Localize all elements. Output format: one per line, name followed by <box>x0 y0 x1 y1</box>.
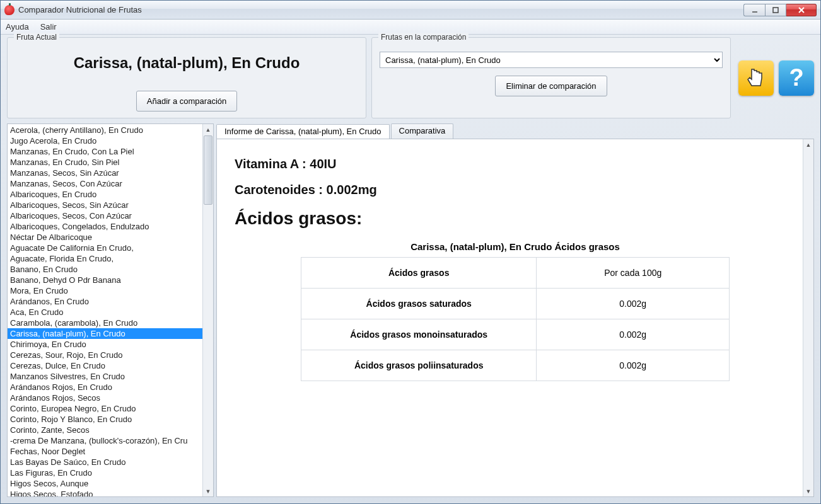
col-header-right: Por cada 100g <box>537 258 730 289</box>
window-controls <box>743 4 817 16</box>
list-item[interactable]: Aca, En Crudo <box>8 307 202 318</box>
table-row: Ácidos grasos monoinsaturados 0.002g <box>301 319 730 350</box>
comparison-select[interactable]: Carissa, (natal-plum), En Crudo <box>380 52 723 68</box>
fatty-table-caption: Carissa, (natal-plum), En Crudo Ácidos g… <box>235 241 796 252</box>
list-item[interactable]: Corinto, Rojo Y Blanco, En Crudo <box>8 414 202 425</box>
list-item[interactable]: Higos Secos, Aunque <box>8 478 202 489</box>
comparison-legend: Frutas en la comparación <box>378 33 469 42</box>
scroll-down-icon[interactable]: ▼ <box>203 486 213 496</box>
list-item[interactable]: Cerezas, Dulce, En Crudo <box>8 360 202 371</box>
table-row: Ácidos grasos poliinsaturados 0.002g <box>301 350 730 381</box>
app-window: Comparador Nutricional de Frutas Ayuda S… <box>0 0 821 504</box>
current-fruit-group: Fruta Actual Carissa, (natal-plum), En C… <box>7 37 366 118</box>
list-item[interactable]: Jugo Acerola, En Crudo <box>8 135 202 146</box>
icon-buttons: ? <box>736 37 814 118</box>
current-fruit-legend: Fruta Actual <box>14 33 59 42</box>
scroll-down-icon[interactable]: ▼ <box>803 486 813 496</box>
row-label: Ácidos grasos poliinsaturados <box>301 350 537 381</box>
list-item[interactable]: Néctar De Albaricoque <box>8 232 202 243</box>
report-scrollbar[interactable]: ▲ ▼ <box>803 139 813 496</box>
table-row: Ácidos grasos saturados 0.002g <box>301 289 730 319</box>
list-item[interactable]: Mora, En Crudo <box>8 285 202 296</box>
list-item[interactable]: Corinto, Zante, Secos <box>8 425 202 435</box>
list-item[interactable]: Albaricoques, Congelados, Endulzado <box>8 221 202 232</box>
list-item[interactable]: Manzanas, En Crudo, Con La Piel <box>8 146 202 157</box>
vitamin-a-line: Vitamina A : 40IU <box>235 157 796 171</box>
report-body: Vitamina A : 40IU Carotenoides : 0.002mg… <box>216 139 814 497</box>
fatty-acids-heading: Ácidos grasos: <box>235 209 796 229</box>
list-item[interactable]: Fechas, Noor Deglet <box>8 446 202 457</box>
list-item[interactable]: Chirimoya, En Crudo <box>8 339 202 350</box>
fatty-acids-table: Ácidos grasos Por cada 100g Ácidos graso… <box>301 257 730 381</box>
tab-compare[interactable]: Comparativa <box>391 123 454 139</box>
row-label: Ácidos grasos monoinsaturados <box>301 319 537 350</box>
fruit-list[interactable]: Acerola, (cherry Antillano), En CrudoJug… <box>8 124 202 496</box>
list-item[interactable]: Manzanos Silvestres, En Crudo <box>8 371 202 382</box>
row-value: 0.002g <box>537 289 730 319</box>
list-item[interactable]: Manzanas, Secos, Con Azúcar <box>8 178 202 189</box>
remove-from-comparison-button[interactable]: Eliminar de comparación <box>495 76 607 96</box>
list-item[interactable]: Carissa, (natal-plum), En Crudo <box>8 328 202 339</box>
list-item[interactable]: Las Bayas De Saúco, En Crudo <box>8 457 202 467</box>
fruit-list-scrollbar[interactable]: ▲ ▼ <box>202 124 213 496</box>
list-item[interactable]: -crema De Manzana, (bullock's-corazón), … <box>8 435 202 446</box>
scroll-thumb[interactable] <box>204 135 213 205</box>
menu-help[interactable]: Ayuda <box>6 22 29 32</box>
help-button[interactable]: ? <box>779 60 814 96</box>
question-icon: ? <box>789 64 803 91</box>
svg-rect-1 <box>773 8 778 13</box>
list-item[interactable]: Albaricoques, En Crudo <box>8 189 202 200</box>
list-item[interactable]: Manzanas, Secos, Sin Azúcar <box>8 168 202 178</box>
list-item[interactable]: Manzanas, En Crudo, Sin Piel <box>8 157 202 168</box>
list-item[interactable]: Arándanos Rojos, En Crudo <box>8 382 202 392</box>
list-item[interactable]: Arándanos Rojos, Secos <box>8 392 202 403</box>
minimize-button[interactable] <box>743 4 765 16</box>
row-value: 0.002g <box>537 319 730 350</box>
col-header-left: Ácidos grasos <box>301 258 537 289</box>
hand-cursor-icon <box>745 66 767 91</box>
list-item[interactable]: Cerezas, Sour, Rojo, En Crudo <box>8 350 202 360</box>
carotenoids-line: Carotenoides : 0.002mg <box>235 183 796 197</box>
top-panels: Fruta Actual Carissa, (natal-plum), En C… <box>1 35 820 122</box>
minimize-icon <box>751 6 759 14</box>
maximize-button[interactable] <box>765 4 786 16</box>
row-label: Ácidos grasos saturados <box>301 289 537 319</box>
content-area: Acerola, (cherry Antillano), En CrudoJug… <box>1 122 820 503</box>
list-item[interactable]: Albaricoques, Secos, Con Azúcar <box>8 210 202 221</box>
titlebar[interactable]: Comparador Nutricional de Frutas <box>1 1 820 20</box>
list-item[interactable]: Las Figuras, En Crudo <box>8 467 202 478</box>
list-item[interactable]: Acerola, (cherry Antillano), En Crudo <box>8 125 202 135</box>
tab-strip: Informe de Carissa, (natal-plum), En Cru… <box>216 123 814 139</box>
list-item[interactable]: Arándanos, En Crudo <box>8 296 202 307</box>
window-title: Comparador Nutricional de Frutas <box>18 5 142 14</box>
click-action-button[interactable] <box>738 60 774 96</box>
fruit-list-wrap: Acerola, (cherry Antillano), En CrudoJug… <box>7 123 214 497</box>
list-item[interactable]: Albaricoques, Secos, Sin Azúcar <box>8 200 202 210</box>
tab-report[interactable]: Informe de Carissa, (natal-plum), En Cru… <box>216 124 390 139</box>
list-item[interactable]: Carambola, (carambola), En Crudo <box>8 318 202 328</box>
close-icon <box>798 6 805 14</box>
close-button[interactable] <box>786 4 817 16</box>
scroll-up-icon[interactable]: ▲ <box>803 139 813 150</box>
table-header-row: Ácidos grasos Por cada 100g <box>301 258 730 289</box>
comparison-group: Frutas en la comparación Carissa, (natal… <box>371 37 731 118</box>
scroll-up-icon[interactable]: ▲ <box>203 124 213 135</box>
report-area: Informe de Carissa, (natal-plum), En Cru… <box>216 123 814 497</box>
add-to-comparison-button[interactable]: Añadir a comparación <box>136 91 237 112</box>
maximize-icon <box>772 6 779 14</box>
current-fruit-name: Carissa, (natal-plum), En Crudo <box>15 49 358 83</box>
list-item[interactable]: Aguacate, Florida En Crudo, <box>8 253 202 264</box>
strawberry-icon <box>4 5 15 15</box>
list-item[interactable]: Banano, Dehyd O Pdr Banana <box>8 275 202 285</box>
row-value: 0.002g <box>537 350 730 381</box>
list-item[interactable]: Banano, En Crudo <box>8 264 202 275</box>
list-item[interactable]: Corinto, Europea Negro, En Crudo <box>8 403 202 414</box>
list-item[interactable]: Aguacate De California En Crudo, <box>8 243 202 253</box>
list-item[interactable]: Higos Secos, Estofado <box>8 489 202 496</box>
menu-exit[interactable]: Salir <box>40 22 57 32</box>
